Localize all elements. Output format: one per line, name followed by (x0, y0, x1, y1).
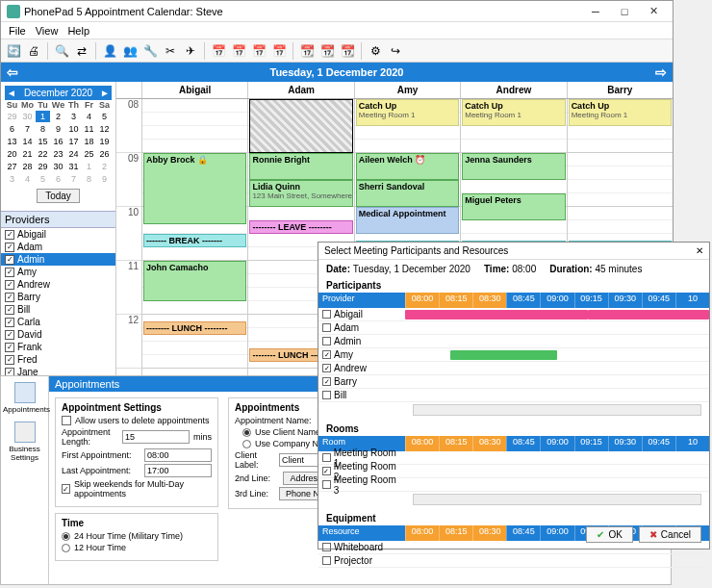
provider-checkbox[interactable]: ✓ (5, 343, 14, 352)
menu-file[interactable]: File (9, 25, 26, 37)
dialog-close-icon[interactable]: ✕ (696, 245, 703, 256)
cal-day[interactable]: 9 (97, 173, 112, 185)
exit-icon[interactable]: ↪ (387, 42, 404, 60)
use-client-radio[interactable] (242, 428, 251, 437)
provider-item[interactable]: ✓Fred (1, 353, 115, 366)
use-company-radio[interactable] (242, 440, 251, 448)
menu-help[interactable]: Help (67, 25, 89, 37)
cal-day[interactable]: 30 (51, 161, 65, 172)
cal-day[interactable]: 6 (51, 173, 65, 185)
resource-checkbox[interactable]: ✓ (322, 364, 331, 372)
cal-day[interactable]: 29 (5, 111, 19, 122)
appointment[interactable]: Catch UpMeeting Room 1 (462, 99, 565, 126)
provider-item[interactable]: ✓Abigail (1, 228, 115, 241)
appointment[interactable]: Ronnie Bright (249, 153, 352, 180)
menu-view[interactable]: View (36, 25, 59, 37)
resource-row[interactable]: ✓Andrew (318, 362, 709, 375)
cal1-icon[interactable]: 📆 (298, 42, 316, 60)
day-view-icon[interactable]: 📅 (210, 42, 227, 60)
cal-day[interactable]: 4 (82, 111, 96, 122)
today-button[interactable]: Today (37, 189, 80, 203)
resource-checkbox[interactable] (322, 543, 331, 551)
resource-checkbox[interactable]: ✓ (322, 350, 331, 359)
skip-weekends-checkbox[interactable]: ✓ (62, 484, 70, 494)
cal-day[interactable]: 1 (36, 111, 50, 122)
resource-row[interactable]: Adam (318, 321, 709, 335)
appointment[interactable]: Miguel Peters (462, 193, 565, 220)
resource-checkbox[interactable]: ✓ (322, 377, 331, 386)
appointment[interactable]: -------- LUNCH -------- (143, 321, 246, 335)
appointment[interactable]: Sherri Sandoval (356, 180, 459, 207)
cal-day[interactable]: 5 (36, 173, 50, 185)
appointment[interactable] (249, 99, 352, 153)
cal-day[interactable]: 31 (66, 161, 81, 172)
week-view-icon[interactable]: 📅 (230, 42, 247, 60)
provider-item[interactable]: ✓Bill (1, 303, 115, 316)
schedule-column[interactable]: Abby Brock 🔒------- BREAK -------John Ca… (141, 99, 247, 384)
cut-icon[interactable]: ✂ (162, 42, 179, 60)
provider-checkbox[interactable]: ✓ (5, 243, 14, 252)
cal-day[interactable]: 4 (20, 173, 35, 185)
print-icon[interactable]: 🖨 (25, 42, 42, 60)
resource-row[interactable]: ✓Barry (318, 375, 709, 389)
year-view-icon[interactable]: 📅 (270, 42, 288, 60)
cal-day[interactable]: 8 (82, 173, 96, 185)
cal-day[interactable]: 29 (36, 161, 50, 172)
participants-scrollbar[interactable] (413, 404, 701, 416)
cal-next-icon[interactable]: ► (100, 88, 110, 98)
resource-row[interactable]: Abigail (318, 308, 709, 321)
resource-checkbox[interactable] (322, 337, 331, 345)
cal-day[interactable]: 16 (51, 136, 65, 147)
appt-length-input[interactable] (122, 430, 190, 444)
cal-day[interactable]: 17 (66, 136, 81, 147)
provider-checkbox[interactable]: ✓ (5, 230, 14, 240)
cal-day[interactable]: 14 (20, 136, 35, 147)
close-button[interactable]: ✕ (640, 3, 667, 20)
time-12h-radio[interactable] (62, 544, 70, 552)
cal-day[interactable]: 15 (36, 136, 50, 147)
provider-checkbox[interactable]: ✓ (5, 293, 14, 302)
next-day-button[interactable]: ⇨ (655, 64, 667, 80)
cal-day[interactable]: 21 (20, 148, 35, 160)
cal-day[interactable]: 11 (82, 123, 96, 135)
appointment[interactable]: Catch UpMeeting Room 1 (356, 99, 459, 126)
appointment[interactable]: -------- LEAVE -------- (249, 220, 352, 234)
provider-checkbox[interactable]: ✓ (5, 280, 14, 290)
cal3-icon[interactable]: 📆 (339, 42, 356, 60)
provider-checkbox[interactable]: ✓ (5, 355, 14, 365)
maximize-button[interactable]: □ (611, 3, 638, 20)
first-appt-input[interactable] (144, 448, 212, 462)
cal-day[interactable]: 10 (66, 123, 81, 135)
cal-day[interactable]: 26 (97, 148, 112, 160)
arrows-icon[interactable]: ⇄ (73, 42, 90, 60)
provider-checkbox[interactable]: ✓ (5, 268, 14, 277)
appointment[interactable]: Aileen Welch ⏰ (356, 153, 459, 180)
plane-icon[interactable]: ✈ (182, 42, 199, 60)
resource-row[interactable]: Admin (318, 335, 709, 348)
appointment[interactable]: Jenna Saunders (462, 153, 565, 180)
appointment[interactable]: Medical Appointment (356, 207, 459, 234)
cal-day[interactable]: 12 (97, 123, 112, 135)
appointment[interactable]: John Camacho (143, 261, 246, 301)
cal-day[interactable]: 3 (66, 111, 81, 122)
provider-checkbox[interactable]: ✓ (5, 255, 14, 265)
allow-delete-checkbox[interactable] (62, 416, 71, 425)
cal-day[interactable]: 20 (5, 148, 19, 160)
minimize-button[interactable]: ─ (582, 3, 609, 20)
provider-checkbox[interactable]: ✓ (5, 305, 14, 315)
provider-item[interactable]: ✓Carla (1, 316, 115, 328)
cal2-icon[interactable]: 📆 (318, 42, 336, 60)
gear-icon[interactable]: ⚙ (367, 42, 384, 60)
cal-day[interactable]: 6 (5, 123, 19, 135)
appointment[interactable]: Catch UpMeeting Room 1 (569, 99, 672, 126)
cancel-button[interactable]: ✖Cancel (639, 526, 701, 543)
resource-row[interactable]: ✓Amy (318, 348, 709, 362)
resource-checkbox[interactable] (322, 391, 331, 399)
cal-day[interactable]: 13 (5, 136, 19, 147)
provider-item[interactable]: ✓Amy (1, 266, 115, 278)
cal-prev-icon[interactable]: ◄ (7, 88, 16, 98)
cal-day[interactable]: 8 (36, 123, 50, 135)
user-icon[interactable]: 👤 (101, 42, 118, 60)
provider-checkbox[interactable]: ✓ (5, 330, 14, 340)
appointment[interactable]: Abby Brock 🔒 (143, 153, 246, 224)
